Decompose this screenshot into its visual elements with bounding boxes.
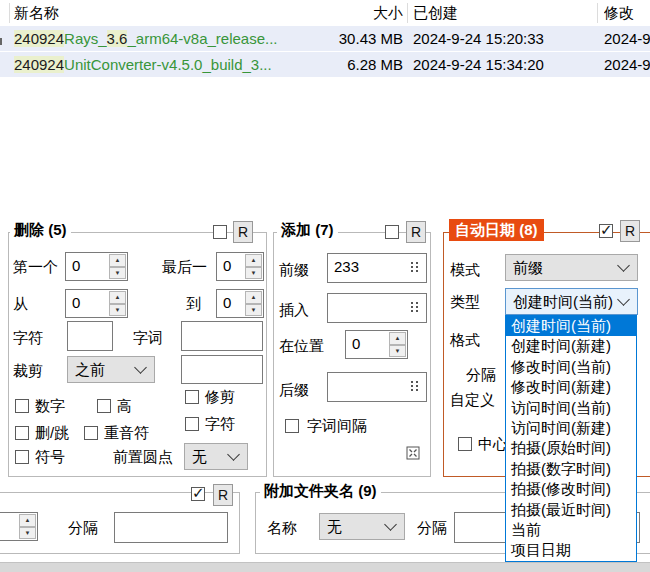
first-stepper[interactable]: 0 ▲▼ (65, 252, 128, 281)
delete-reset-button[interactable]: R (233, 221, 253, 243)
type-option[interactable]: 项目日期 (506, 540, 636, 560)
clipped-edge-mark (0, 38, 2, 45)
add-reset-button[interactable]: R (406, 221, 426, 243)
crop-select[interactable]: 之前 (67, 356, 155, 383)
column-divider[interactable] (597, 3, 598, 23)
up-arrow-icon[interactable]: ▲ (109, 254, 126, 267)
expand-icon[interactable] (406, 446, 420, 460)
add-group-title: 添加 (7) (277, 221, 338, 239)
column-header-modified[interactable]: 修改 (604, 0, 650, 26)
last-label: 最后一 (162, 259, 207, 275)
trim-checkbox[interactable] (185, 390, 199, 404)
type-option[interactable]: 修改时间(新建) (506, 377, 636, 397)
auto-date-enable-checkbox[interactable] (599, 224, 613, 238)
up-arrow-icon[interactable]: ▲ (109, 291, 126, 304)
words-input[interactable] (181, 321, 263, 351)
type-option[interactable]: 访问时间(当前) (506, 398, 636, 418)
type-option[interactable]: 创建时间(新建) (506, 336, 636, 356)
bottom-separator-input[interactable] (114, 512, 228, 543)
up-arrow-icon[interactable]: ▲ (19, 514, 36, 527)
down-arrow-icon[interactable]: ▼ (109, 267, 126, 280)
lead-dots-label: 前置圆点 (113, 449, 173, 465)
lead-dots-select[interactable]: 无 (184, 443, 248, 470)
lead-dots-value: 无 (192, 444, 229, 469)
from-stepper[interactable]: 0 ▲▼ (65, 289, 128, 318)
type-option[interactable]: 拍摄(最近时间) (506, 500, 636, 520)
filename-highlight-segment: 3.6 (107, 30, 128, 47)
folder-name-label: 名称 (267, 520, 297, 536)
chars-input[interactable] (67, 321, 113, 351)
digits-checkbox[interactable] (15, 399, 29, 413)
symbols-checkbox[interactable] (15, 450, 29, 464)
type-option[interactable]: 访问时间(新建) (506, 418, 636, 438)
type-option[interactable]: 拍摄(原始时间) (506, 438, 636, 458)
down-arrow-icon[interactable]: ▼ (109, 304, 126, 317)
file-row[interactable]: 240924Rays_3.6_arm64-v8a_release... 30.4… (0, 26, 650, 51)
bottom-separator-label: 分隔 (68, 520, 98, 536)
to-value[interactable]: 0 (217, 290, 244, 317)
delete-enable-checkbox[interactable] (213, 225, 227, 239)
down-arrow-icon[interactable]: ▼ (245, 304, 262, 317)
file-row[interactable]: 240924UnitConverter-v4.5.0_build_3... 6.… (0, 52, 650, 77)
type-option[interactable]: 当前 (506, 520, 636, 540)
chevron-down-icon (227, 448, 240, 461)
high-label: 高 (117, 398, 132, 414)
clipped-stepper[interactable]: ▲▼ (0, 512, 38, 541)
up-arrow-icon[interactable]: ▲ (389, 332, 406, 345)
mode-value: 前缀 (513, 255, 619, 280)
clipped-group-enable-checkbox[interactable] (191, 487, 205, 501)
append-folder-group-title: 附加文件夹名 (9) (260, 482, 381, 500)
down-arrow-icon[interactable]: ▼ (245, 267, 262, 280)
center-checkbox[interactable] (458, 437, 472, 451)
auto-date-reset-button[interactable]: R (620, 220, 640, 242)
from-label: 从 (13, 296, 28, 312)
column-divider[interactable] (407, 3, 408, 23)
first-value[interactable]: 0 (66, 253, 108, 280)
digits-label: 数字 (35, 398, 65, 414)
suffix-input[interactable] (327, 372, 427, 402)
file-modified: 2024-9 (604, 52, 650, 77)
type-option[interactable]: 修改时间(当前) (506, 357, 636, 377)
del-skip-checkbox[interactable] (15, 426, 29, 440)
dots-grid-icon[interactable] (411, 262, 418, 273)
last-stepper[interactable]: 0 ▲▼ (216, 252, 264, 281)
chevron-down-icon (134, 361, 147, 374)
bottom-panel-edge (0, 562, 650, 572)
type-option[interactable]: 拍摄(修改时间) (506, 479, 636, 499)
down-arrow-icon[interactable]: ▼ (389, 345, 406, 358)
folder-separator-label: 分隔 (417, 520, 447, 536)
accents-checkbox[interactable] (84, 426, 98, 440)
chars-checkbox[interactable] (185, 417, 199, 431)
up-arrow-icon[interactable]: ▲ (245, 254, 262, 267)
type-option[interactable]: 拍摄(数字时间) (506, 459, 636, 479)
crop-text-input[interactable] (181, 355, 263, 384)
type-value: 创建时间(当前) (513, 289, 619, 314)
from-value[interactable]: 0 (66, 290, 108, 317)
type-option[interactable]: 创建时间(当前) (506, 316, 636, 336)
file-modified: 2024-9 (604, 26, 650, 51)
last-value[interactable]: 0 (217, 253, 244, 280)
folder-name-select[interactable]: 无 (319, 513, 405, 540)
dots-grid-icon[interactable] (411, 302, 418, 313)
to-stepper[interactable]: 0 ▲▼ (216, 289, 264, 318)
position-stepper[interactable]: 0 ▲▼ (345, 330, 408, 359)
add-enable-checkbox[interactable] (385, 225, 399, 239)
clipped-group-reset-button[interactable]: R (213, 484, 233, 506)
position-value[interactable]: 0 (346, 331, 388, 358)
mode-select[interactable]: 前缀 (505, 254, 638, 281)
word-space-checkbox[interactable] (285, 419, 299, 433)
clipped-stepper-value[interactable] (0, 513, 18, 540)
column-header-size[interactable]: 大小 (295, 0, 403, 26)
high-checkbox[interactable] (97, 399, 111, 413)
column-header-created[interactable]: 已创建 (413, 0, 458, 26)
up-arrow-icon[interactable]: ▲ (245, 291, 262, 304)
down-arrow-icon[interactable]: ▼ (19, 527, 36, 540)
chars-checkbox-label: 字符 (205, 416, 235, 432)
insert-input[interactable] (327, 293, 427, 323)
prefix-input[interactable]: 233 (327, 253, 427, 283)
dots-grid-icon[interactable] (411, 381, 418, 392)
column-header-newname[interactable]: 新名称 (14, 5, 59, 21)
type-select[interactable]: 创建时间(当前) (505, 288, 638, 315)
prefix-label: 前缀 (279, 262, 309, 278)
column-divider[interactable] (9, 3, 10, 23)
